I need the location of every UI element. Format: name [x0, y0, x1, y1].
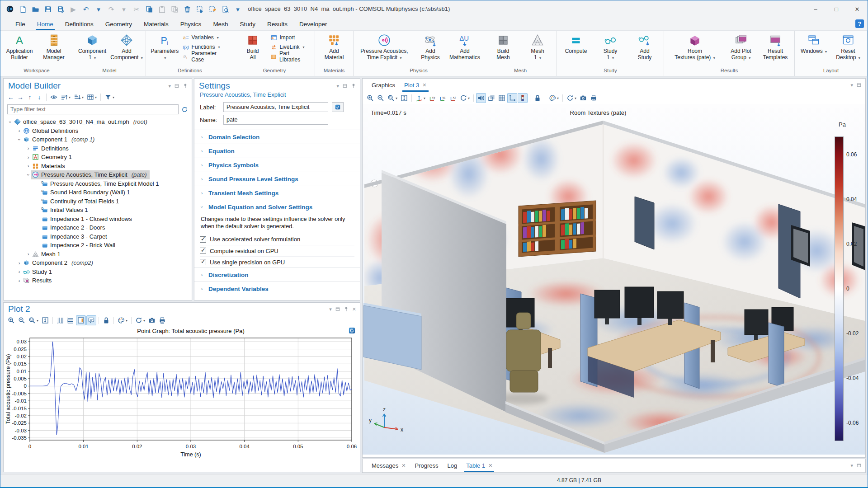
checkbox-icon[interactable]: [200, 248, 206, 254]
delete-icon[interactable]: [181, 3, 193, 15]
plane-yz-icon[interactable]: [438, 93, 448, 103]
tab-table-1[interactable]: Table 1✕: [462, 460, 497, 472]
ribbon-part-libraries-button[interactable]: Part Libraries: [270, 52, 311, 61]
tree-expander-icon[interactable]: ›: [25, 145, 31, 151]
tree-item[interactable]: Sound Hard Boundary (Wall) 1: [4, 188, 192, 197]
axis-limits-icon[interactable]: [76, 315, 86, 325]
tree-item[interactable]: ›Study 1: [4, 267, 192, 277]
open-file-icon[interactable]: [29, 3, 41, 15]
ribbon-build-mesh-button[interactable]: BuildMesh: [486, 33, 520, 61]
tree-item[interactable]: Continuity of Total Fields 1: [4, 197, 192, 206]
minimize-icon[interactable]: –: [805, 0, 826, 18]
new-file-icon[interactable]: [17, 3, 28, 15]
plane-xz-icon[interactable]: [448, 93, 458, 103]
ribbon-reset-desktop-button[interactable]: ResetDesktop ▾: [831, 33, 865, 62]
ribbon-result-templates-button[interactable]: ResultTemplates: [758, 33, 793, 61]
play-icon[interactable]: ▶: [67, 3, 79, 15]
tree-item[interactable]: ›Geometry 1: [4, 153, 192, 162]
sort-desc-icon[interactable]: ▾: [72, 92, 85, 102]
menu-item-study[interactable]: Study: [234, 19, 261, 30]
ribbon-windows-win-button[interactable]: Windows ▾: [797, 33, 831, 56]
speaker-icon[interactable]: [476, 93, 486, 103]
lock-icon[interactable]: [533, 93, 542, 103]
lock-icon[interactable]: [101, 315, 111, 325]
pin-panel-icon[interactable]: [351, 83, 356, 89]
panel-menu-icon[interactable]: ▾: [329, 307, 332, 312]
ribbon-model-manager-button[interactable]: ModelManager: [37, 33, 71, 61]
close-tab-icon[interactable]: ✕: [401, 463, 406, 469]
cut-icon[interactable]: ✂: [131, 3, 142, 15]
ribbon-study-button[interactable]: Study1 ▾: [593, 33, 627, 62]
menu-item-geometry[interactable]: Geometry: [99, 19, 138, 30]
checkbox-icon[interactable]: [200, 236, 206, 243]
eye-icon[interactable]: [49, 92, 59, 102]
ribbon-room-textures-button[interactable]: RoomTextures (pate) ▾: [666, 33, 724, 62]
ribbon-add-physics-button[interactable]: AddPhysics: [413, 33, 448, 61]
search-document-icon[interactable]: [219, 3, 231, 15]
tree-expander-icon[interactable]: ›: [25, 251, 31, 257]
tree-filter-input[interactable]: [7, 104, 179, 114]
arrow-up-icon[interactable]: ↑: [25, 92, 34, 102]
tab-log[interactable]: Log: [443, 460, 462, 472]
chev-icon[interactable]: ▾: [118, 3, 130, 15]
printer-icon[interactable]: [589, 93, 599, 103]
point-graph-area[interactable]: Point Graph: Total acoustic pressure (Pa…: [4, 326, 360, 471]
extents-icon[interactable]: [399, 93, 409, 103]
checkbox-icon[interactable]: [200, 259, 206, 265]
panel-menu-icon[interactable]: ▾: [850, 83, 853, 88]
section-header[interactable]: ›Equation: [194, 144, 360, 158]
ribbon-add-material-button[interactable]: AddMaterial: [317, 33, 351, 61]
menu-item-home[interactable]: Home: [31, 19, 59, 30]
refresh-icon[interactable]: ▾: [134, 315, 146, 325]
funnel-icon[interactable]: ▾: [103, 92, 116, 102]
arrow-down-icon[interactable]: ↓: [35, 92, 44, 102]
menu-item-mesh[interactable]: Mesh: [207, 19, 234, 30]
graphics-canvas[interactable]: z x y Time=0.017 s Room Textures (pate) …: [363, 104, 865, 455]
xgrid-icon[interactable]: [55, 315, 65, 325]
chev-icon[interactable]: ▾: [93, 3, 104, 15]
tree-expander-icon[interactable]: ›: [26, 172, 31, 178]
tree-item[interactable]: ›office_space_63_30T0_N4_ma_out.mph(root…: [4, 117, 192, 127]
tab-graphics[interactable]: Graphics: [367, 80, 400, 92]
tree-item[interactable]: ›Definitions: [4, 144, 192, 153]
section-header[interactable]: ›Dependent Variables: [194, 282, 360, 296]
axes-icon[interactable]: [507, 93, 517, 103]
maximize-icon[interactable]: □: [826, 0, 847, 18]
checkbox-row[interactable]: Use accelerated solver formulation: [200, 234, 354, 245]
grid-icon[interactable]: [497, 93, 507, 103]
panel-menu-icon[interactable]: ▾: [336, 84, 339, 89]
pin-panel-icon[interactable]: [344, 306, 349, 312]
plane-xy-icon[interactable]: [427, 93, 437, 103]
ygrid-icon[interactable]: [66, 315, 75, 325]
panel-menu-icon[interactable]: ▾: [168, 84, 171, 89]
refresh-filter-icon[interactable]: [181, 106, 188, 113]
ribbon-acoustics-button[interactable]: Pressure Acoustics,Time Explicit ▾: [355, 33, 413, 62]
rename-button[interactable]: [332, 102, 344, 112]
tree-expander-icon[interactable]: ›: [25, 155, 31, 160]
ribbon-add-plot-group-button[interactable]: Add PlotGroup ▾: [724, 33, 758, 62]
tree-expander-icon[interactable]: ›: [16, 128, 22, 133]
zoom-box-icon[interactable]: ▾: [27, 315, 40, 325]
select-box-icon[interactable]: [194, 3, 206, 15]
ribbon-add-math-button[interactable]: AddMathematics: [448, 33, 482, 61]
tree-item[interactable]: ›Materials: [4, 162, 192, 171]
clear-selection-icon[interactable]: [207, 3, 218, 15]
close-tab-icon[interactable]: ✕: [488, 463, 492, 469]
camera-icon[interactable]: [578, 93, 588, 103]
zoom-in-icon[interactable]: [6, 315, 16, 325]
tree-item[interactable]: Impedance 2 - Brick Wall: [4, 241, 192, 250]
duplicate-icon[interactable]: [169, 3, 180, 15]
tree-item[interactable]: ›Mesh 1: [4, 250, 192, 259]
zoom-in-icon[interactable]: [365, 93, 375, 103]
tree-expander-icon[interactable]: ›: [16, 269, 22, 274]
palette-icon[interactable]: ▾: [547, 93, 560, 103]
arrow-left-icon[interactable]: ←: [6, 92, 15, 102]
tree-item[interactable]: ›Component 2(comp2): [4, 258, 192, 267]
undo-icon[interactable]: ↶: [80, 3, 92, 15]
panel-menu-icon[interactable]: ▾: [850, 463, 853, 468]
camera-icon[interactable]: [147, 315, 157, 325]
copy-icon[interactable]: [143, 3, 155, 15]
zoom-out-icon[interactable]: [17, 315, 27, 325]
transparency-icon[interactable]: [486, 93, 496, 103]
tree-expander-icon[interactable]: ›: [25, 163, 31, 169]
